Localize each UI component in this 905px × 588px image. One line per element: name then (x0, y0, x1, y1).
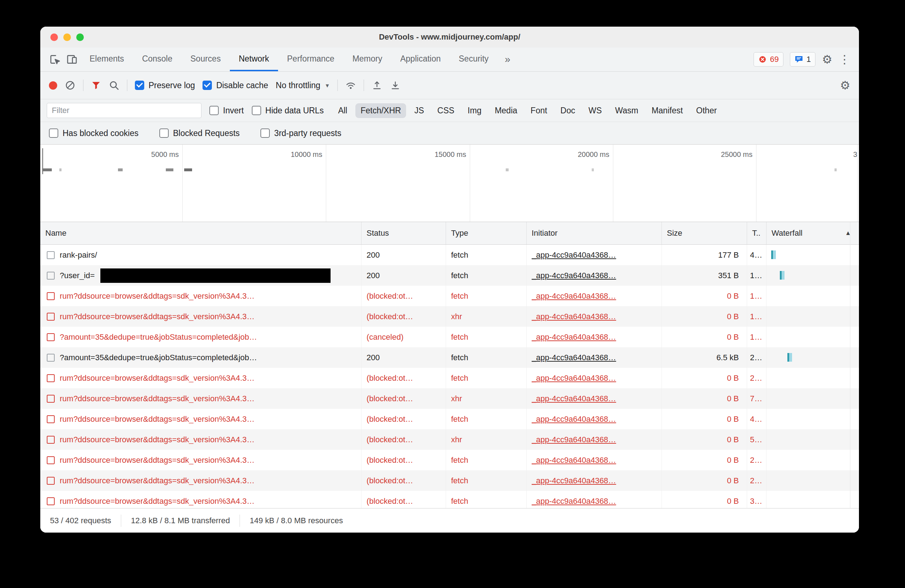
devtools-settings-button[interactable]: ⚙ (822, 54, 832, 65)
initiator-link[interactable]: _app-4cc9a640a4368… (532, 476, 616, 485)
disable-cache-checkbox[interactable]: Disable cache (203, 81, 268, 90)
filter-type-img[interactable]: Img (462, 103, 486, 118)
initiator-cell: _app-4cc9a640a4368… (527, 409, 662, 429)
row-checkbox[interactable] (47, 415, 55, 423)
initiator-link[interactable]: _app-4cc9a640a4368… (532, 435, 616, 444)
initiator-link[interactable]: _app-4cc9a640a4368… (532, 332, 616, 342)
table-row[interactable]: rum?ddsource=browser&ddtags=sdk_version%… (40, 470, 859, 491)
filter-type-css[interactable]: CSS (432, 103, 459, 118)
blocked-requests-checkbox[interactable]: Blocked Requests (159, 129, 240, 138)
table-row[interactable]: rum?ddsource=browser&ddtags=sdk_version%… (40, 306, 859, 327)
tab-memory[interactable]: Memory (343, 48, 391, 71)
row-checkbox[interactable] (47, 313, 55, 321)
column-header-type[interactable]: Type (446, 222, 527, 244)
minimize-window-button[interactable] (63, 33, 71, 41)
initiator-link[interactable]: _app-4cc9a640a4368… (532, 291, 616, 301)
table-row[interactable]: rum?ddsource=browser&ddtags=sdk_version%… (40, 491, 859, 508)
table-row[interactable]: ?amount=35&dedupe=true&jobStatus=complet… (40, 347, 859, 368)
zoom-window-button[interactable] (76, 33, 84, 41)
initiator-link[interactable]: _app-4cc9a640a4368… (532, 353, 616, 362)
tab-security[interactable]: Security (449, 48, 497, 71)
filter-type-all[interactable]: All (333, 103, 352, 118)
table-row[interactable]: rank-pairs/ 200 fetch _app-4cc9a640a4368… (40, 245, 859, 265)
row-checkbox[interactable] (47, 395, 55, 403)
export-har-button[interactable] (390, 80, 401, 91)
download-arrow-icon (390, 80, 401, 91)
filter-type-font[interactable]: Font (526, 103, 552, 118)
row-checkbox[interactable] (47, 436, 55, 444)
timeline-gridline (326, 145, 326, 222)
initiator-link[interactable]: _app-4cc9a640a4368… (532, 271, 616, 280)
close-window-button[interactable] (50, 33, 58, 41)
waterfall-cell (767, 245, 859, 265)
table-row[interactable]: rum?ddsource=browser&ddtags=sdk_version%… (40, 450, 859, 470)
filter-type-fetch-xhr[interactable]: Fetch/XHR (356, 103, 406, 118)
third-party-requests-checkbox[interactable]: 3rd-party requests (260, 129, 341, 138)
issues-badge[interactable]: 1 (790, 52, 815, 67)
initiator-link[interactable]: _app-4cc9a640a4368… (532, 373, 616, 383)
column-header-name[interactable]: Name (40, 222, 362, 244)
tab-network[interactable]: Network (230, 48, 278, 71)
tab-application[interactable]: Application (391, 48, 450, 71)
network-conditions-button[interactable] (345, 80, 356, 91)
time-cell: 1… (747, 265, 767, 286)
filter-type-media[interactable]: Media (489, 103, 522, 118)
row-checkbox[interactable] (47, 374, 55, 382)
row-checkbox[interactable] (47, 251, 55, 259)
tab-sources[interactable]: Sources (181, 48, 230, 71)
table-row[interactable]: rum?ddsource=browser&ddtags=sdk_version%… (40, 388, 859, 409)
tab-performance[interactable]: Performance (278, 48, 343, 71)
has-blocked-cookies-checkbox[interactable]: Has blocked cookies (49, 129, 138, 138)
row-checkbox[interactable] (47, 456, 55, 464)
column-header-initiator[interactable]: Initiator (527, 222, 662, 244)
filter-type-manifest[interactable]: Manifest (646, 103, 688, 118)
initiator-link[interactable]: _app-4cc9a640a4368… (532, 497, 616, 506)
initiator-link[interactable]: _app-4cc9a640a4368… (532, 251, 616, 260)
tab-elements[interactable]: Elements (81, 48, 133, 71)
filter-type-js[interactable]: JS (409, 103, 429, 118)
preserve-log-checkbox[interactable]: Preserve log (135, 81, 195, 90)
import-har-button[interactable] (372, 80, 383, 91)
row-checkbox[interactable] (47, 333, 55, 341)
initiator-link[interactable]: _app-4cc9a640a4368… (532, 415, 616, 424)
device-toolbar-button[interactable] (63, 48, 81, 71)
devtools-menu-button[interactable]: ⋮ (839, 54, 850, 65)
filter-type-other[interactable]: Other (691, 103, 722, 118)
table-row[interactable]: rum?ddsource=browser&ddtags=sdk_version%… (40, 368, 859, 388)
row-checkbox[interactable] (47, 497, 55, 505)
invert-checkbox[interactable]: Invert (210, 106, 244, 116)
initiator-link[interactable]: _app-4cc9a640a4368… (532, 456, 616, 465)
tab-console[interactable]: Console (133, 48, 181, 71)
record-button[interactable] (49, 81, 57, 90)
row-checkbox[interactable] (47, 477, 55, 485)
errors-badge[interactable]: 69 (754, 52, 783, 67)
timeline-overview[interactable]: 5000 ms 10000 ms 15000 ms 20000 ms 25000… (40, 145, 859, 222)
table-row[interactable]: rum?ddsource=browser&ddtags=sdk_version%… (40, 429, 859, 450)
inspect-element-button[interactable] (46, 48, 63, 71)
table-row[interactable]: rum?ddsource=browser&ddtags=sdk_version%… (40, 409, 859, 429)
filter-input[interactable] (47, 103, 202, 118)
table-row[interactable]: rum?ddsource=browser&ddtags=sdk_version%… (40, 286, 859, 306)
table-row[interactable]: ?amount=35&dedupe=true&jobStatus=complet… (40, 327, 859, 347)
search-button[interactable] (109, 80, 119, 91)
initiator-link[interactable]: _app-4cc9a640a4368… (532, 394, 616, 404)
column-header-waterfall[interactable]: Waterfall ▲ (767, 222, 859, 244)
row-checkbox[interactable] (47, 292, 55, 300)
row-checkbox[interactable] (47, 354, 55, 362)
column-header-status[interactable]: Status (362, 222, 446, 244)
timeline-label: 3 (853, 150, 857, 159)
column-header-time[interactable]: T.. (747, 222, 767, 244)
network-settings-button[interactable]: ⚙ (840, 79, 850, 91)
filter-type-ws[interactable]: WS (583, 103, 607, 118)
more-tabs-button[interactable]: » (497, 48, 518, 71)
initiator-link[interactable]: _app-4cc9a640a4368… (532, 312, 616, 321)
throttling-dropdown[interactable]: No throttling ▼ (276, 81, 330, 90)
filter-type-wasm[interactable]: Wasm (610, 103, 643, 118)
filter-toggle-button[interactable] (91, 80, 101, 90)
row-checkbox[interactable] (47, 272, 55, 280)
clear-button[interactable] (65, 80, 76, 91)
hide-data-urls-checkbox[interactable]: Hide data URLs (252, 106, 324, 116)
column-header-size[interactable]: Size (662, 222, 747, 244)
table-row[interactable]: ?user_id= 200 fetch _app-4cc9a640a4368… … (40, 265, 859, 286)
filter-type-doc[interactable]: Doc (556, 103, 580, 118)
